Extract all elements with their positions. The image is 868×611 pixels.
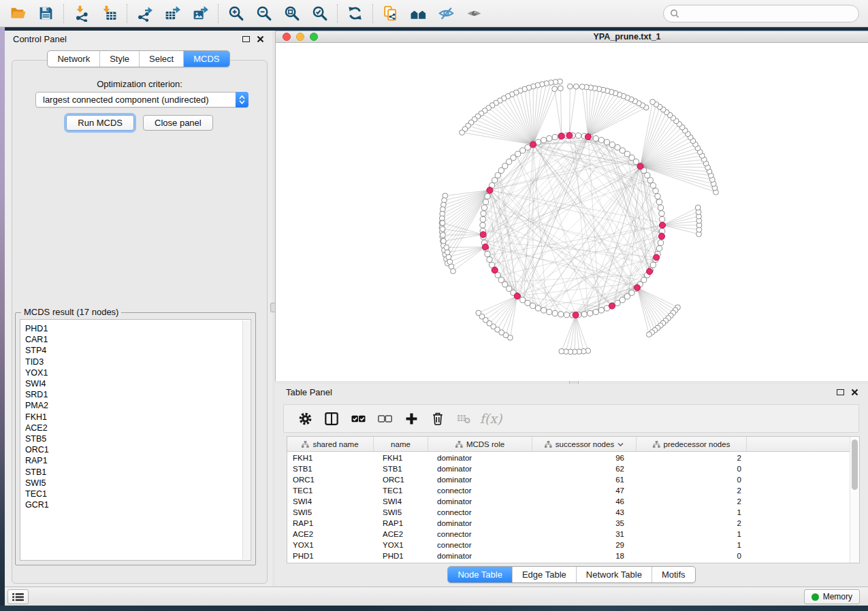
table-cell[interactable]: 43 — [532, 508, 637, 516]
memory-button[interactable]: Memory — [804, 589, 860, 604]
mcds-result-item[interactable]: PMA2 — [25, 400, 251, 411]
export-image-button[interactable] — [187, 2, 214, 25]
table-cell[interactable]: dominator — [428, 519, 532, 527]
table-cell[interactable]: FKH1 — [287, 454, 374, 462]
network-overview-button[interactable] — [404, 2, 432, 25]
zoom-in-button[interactable] — [222, 2, 250, 25]
tab-network[interactable]: Network — [48, 51, 99, 67]
table-row[interactable]: TEC1TEC1connector472 — [287, 485, 850, 496]
table-cell[interactable]: 35 — [532, 519, 637, 527]
refresh-view-button[interactable] — [341, 2, 369, 25]
tab-select[interactable]: Select — [139, 51, 183, 67]
table-cell[interactable]: PHD1 — [374, 552, 428, 560]
search-field[interactable] — [663, 5, 859, 22]
table-cell[interactable]: YOX1 — [374, 541, 428, 549]
import-table-button[interactable] — [95, 2, 123, 25]
table-cell[interactable]: YOX1 — [287, 541, 374, 549]
maximize-window-button[interactable] — [310, 33, 318, 41]
table-row[interactable]: YOX1YOX1connector291 — [287, 540, 850, 550]
table-cell[interactable]: dominator — [428, 552, 532, 560]
table-cell[interactable]: 0 — [637, 465, 747, 473]
mcds-result-item[interactable]: STP4 — [25, 345, 251, 356]
table-cell[interactable]: dominator — [428, 454, 532, 462]
delete-table-button[interactable] — [455, 410, 473, 427]
zoom-fit-button[interactable] — [278, 2, 306, 25]
table-cell[interactable]: SWI5 — [287, 508, 374, 516]
column-header-mcds-role[interactable]: MCDS role — [428, 437, 532, 451]
mcds-result-item[interactable]: SWI4 — [25, 378, 251, 389]
table-cell[interactable]: connector — [428, 486, 532, 495]
table-cell[interactable]: 2 — [637, 519, 747, 527]
table-cell[interactable]: TEC1 — [287, 486, 374, 495]
table-cell[interactable]: TEC1 — [374, 486, 428, 495]
table-cell[interactable]: ORC1 — [374, 476, 428, 484]
table-cell[interactable]: 29 — [532, 541, 637, 549]
table-cell[interactable]: 47 — [532, 486, 637, 495]
table-cell[interactable]: ACE2 — [287, 530, 374, 538]
search-input[interactable] — [679, 8, 843, 19]
mcds-result-item[interactable]: FKH1 — [25, 412, 251, 423]
show-panels-menu-button[interactable] — [7, 589, 29, 604]
deselect-all-columns-button[interactable] — [376, 410, 393, 427]
mcds-result-list[interactable]: PHD1CAR1STP4TID3YOX1SWI4SRD1PMA2FKH1ACE2… — [20, 319, 251, 561]
table-cell[interactable]: 62 — [532, 465, 637, 473]
float-panel-icon[interactable] — [837, 389, 844, 395]
table-cell[interactable]: 2 — [637, 486, 747, 495]
table-cell[interactable]: SWI4 — [374, 497, 428, 506]
table-cell[interactable]: 0 — [637, 552, 747, 560]
table-cell[interactable]: 0 — [637, 476, 747, 484]
table-cell[interactable]: STB1 — [287, 465, 374, 473]
table-cell[interactable]: dominator — [428, 476, 532, 484]
column-header-predecessor-nodes[interactable]: predecessor nodes — [637, 437, 747, 451]
minimize-window-button[interactable] — [296, 33, 304, 41]
table-cell[interactable]: connector — [428, 541, 532, 549]
mcds-result-item[interactable]: SWI5 — [25, 478, 251, 489]
table-cell[interactable]: STB1 — [374, 465, 428, 473]
table-cell[interactable]: connector — [428, 530, 532, 538]
import-network-button[interactable] — [67, 2, 95, 25]
table-cell[interactable]: RAP1 — [287, 519, 374, 527]
column-header-shared-name[interactable]: shared name — [287, 437, 374, 451]
table-row[interactable]: RAP1RAP1dominator352 — [287, 518, 850, 529]
export-table-button[interactable] — [159, 2, 187, 25]
add-column-button[interactable] — [402, 410, 420, 427]
table-tab-motifs[interactable]: Motifs — [652, 567, 695, 582]
criterion-dropdown[interactable]: largest connected component (undirected) — [35, 92, 248, 108]
settings-button[interactable] — [296, 410, 314, 427]
mcds-result-item[interactable]: GCR1 — [25, 499, 251, 510]
table-cell[interactable]: ACE2 — [374, 530, 428, 538]
table-cell[interactable]: PHD1 — [287, 552, 374, 560]
mcds-result-item[interactable]: YOX1 — [25, 367, 251, 378]
table-cell[interactable]: dominator — [428, 465, 532, 473]
table-cell[interactable]: 61 — [532, 476, 637, 484]
mcds-result-item[interactable]: ACE2 — [25, 423, 251, 433]
mcds-result-item[interactable]: SRD1 — [25, 389, 251, 400]
table-cell[interactable]: ORC1 — [287, 476, 374, 484]
table-cell[interactable]: SWI4 — [287, 497, 374, 506]
table-tab-network-table[interactable]: Network Table — [576, 567, 652, 582]
table-cell[interactable]: connector — [428, 508, 532, 516]
select-all-columns-button[interactable] — [349, 410, 367, 427]
table-cell[interactable]: 96 — [532, 454, 637, 462]
table-cell[interactable]: SWI5 — [374, 508, 428, 516]
mcds-result-item[interactable]: STB5 — [25, 433, 251, 444]
table-cell[interactable]: 2 — [637, 497, 747, 506]
table-cell[interactable]: 1 — [637, 530, 747, 538]
table-cell[interactable]: 31 — [532, 530, 637, 538]
mcds-result-item[interactable]: TEC1 — [25, 489, 251, 499]
column-header-successor-nodes[interactable]: successor nodes — [532, 437, 637, 451]
delete-column-button[interactable] — [429, 410, 447, 427]
table-cell[interactable]: 2 — [637, 454, 747, 462]
table-row[interactable]: FKH1FKH1dominator962 — [287, 452, 850, 463]
mcds-result-item[interactable]: ORC1 — [25, 444, 251, 455]
table-cell[interactable]: 1 — [637, 508, 747, 516]
network-graph[interactable] — [276, 43, 867, 381]
table-cell[interactable]: 1 — [637, 541, 747, 549]
zoom-selected-button[interactable] — [306, 2, 334, 25]
show-hide-panels-button[interactable] — [432, 2, 460, 25]
table-cell[interactable]: 18 — [532, 552, 637, 560]
table-row[interactable]: SWI4SWI4dominator462 — [287, 496, 850, 507]
table-scrollbar[interactable] — [850, 437, 859, 563]
zoom-out-button[interactable] — [250, 2, 278, 25]
column-view-button[interactable] — [323, 410, 340, 427]
